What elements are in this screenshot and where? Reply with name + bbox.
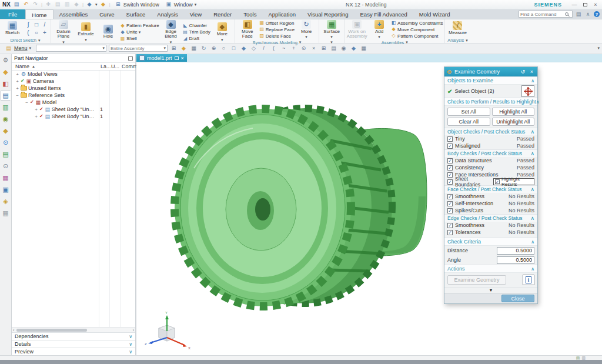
tab-view[interactable]: View <box>184 9 208 19</box>
dialog-header[interactable]: ⚙ Examine Geometry ↺ × <box>444 67 537 76</box>
column-comment[interactable]: Comm <box>122 64 138 69</box>
object-checks-header[interactable]: Object Checks / Post Check Status∧ <box>444 128 537 135</box>
check-criteria-header[interactable]: Check Criteria∧ <box>444 238 537 246</box>
toolbar-icon-17[interactable]: ◉ <box>340 45 347 52</box>
check-icon[interactable]: ✔ <box>39 114 44 119</box>
tab-home[interactable]: Home <box>25 9 53 19</box>
expand-icon[interactable]: + <box>34 114 38 119</box>
tab-file[interactable]: File <box>0 9 25 19</box>
redo-icon[interactable]: ↷ <box>32 1 39 8</box>
undo-icon[interactable]: ↶ <box>22 1 29 8</box>
edge-blend-button[interactable]: ◆ Edge Blend▾ <box>160 20 182 44</box>
toolbar-icon-8[interactable]: ◇ <box>250 45 257 52</box>
tab-easy-fill-advanced[interactable]: Easy Fill Advanced <box>354 9 413 19</box>
checkbox[interactable]: ✓ <box>447 143 453 149</box>
minimize-ribbon-icon[interactable]: ∧ <box>584 11 591 18</box>
toolbar-overflow-icon[interactable]: ▾ <box>597 46 600 51</box>
checkbox[interactable]: ✓ <box>447 172 453 178</box>
expand-icon[interactable]: + <box>15 79 19 84</box>
move-component-button[interactable]: ◆Move Component <box>391 26 443 32</box>
objects-to-examine-header[interactable]: Objects to Examine∧ <box>444 76 537 85</box>
grid-icon[interactable]: ▦ <box>1 208 11 218</box>
tab-surface[interactable]: Surface <box>121 9 152 19</box>
scroll-left-icon[interactable]: ‹ <box>13 328 14 332</box>
check-icon[interactable]: ✔ <box>39 107 44 112</box>
point-tool-icon[interactable]: + <box>43 29 46 36</box>
check-icon[interactable]: ✔ <box>21 79 25 84</box>
checkbox[interactable]: ✓ <box>447 179 453 185</box>
find-command-input[interactable] <box>520 12 564 17</box>
arc-tool-icon[interactable]: ( <box>27 29 29 36</box>
close-dialog-icon[interactable]: × <box>529 69 535 75</box>
datum-plane-button[interactable]: ▱ Datum Plane▾ <box>53 20 74 44</box>
reuse-library-icon[interactable]: ▥ <box>1 102 11 112</box>
process-studio-icon[interactable]: ◆ <box>1 126 11 136</box>
detach-panel-icon[interactable] <box>128 56 133 61</box>
check-icon[interactable]: ✔ <box>30 100 34 105</box>
dialog-launcher-icon[interactable]: ▾ <box>406 40 408 45</box>
checkbox[interactable]: ✓ <box>447 201 453 206</box>
toolbar-icon-19[interactable]: ▦ <box>360 45 367 52</box>
selection-scope-combo[interactable]: Entire Assembly▾ <box>109 45 168 52</box>
select-object-row[interactable]: ✔ Select Object (2) <box>444 85 537 98</box>
distance-input[interactable] <box>497 247 534 255</box>
window-menu-button[interactable]: ▣ Window ▾ <box>163 1 199 8</box>
details-section[interactable]: Details∨ <box>12 340 135 348</box>
checkbox[interactable]: ✓ <box>447 136 453 142</box>
toolbar-icon-1[interactable]: ◆ <box>180 45 188 52</box>
toolbar-icon-18[interactable]: ◆ <box>350 45 357 52</box>
history-icon[interactable]: ⊙ <box>1 161 11 171</box>
toolbar-icon-0[interactable]: ⊞ <box>170 45 178 52</box>
expand-icon[interactable]: + <box>15 72 19 77</box>
tab-tools[interactable]: Tools <box>238 9 262 19</box>
dialog-expander[interactable]: ▼ <box>444 287 537 293</box>
feature-more-button[interactable]: ◆ More▾ <box>212 22 233 42</box>
find-command-box[interactable] <box>519 11 573 18</box>
trim-body-button[interactable]: ▤Trim Body <box>183 29 210 35</box>
scroll-right-icon[interactable]: › <box>133 328 134 332</box>
angle-input[interactable] <box>497 256 534 264</box>
tab-model1-prt[interactable]: model1.prt × <box>136 54 187 62</box>
toolbar-icon-5[interactable]: ○ <box>220 45 228 52</box>
unite-button[interactable]: ◆Unite▾ <box>120 29 159 35</box>
extrude-button[interactable]: ▮ Extrude▾ <box>75 22 96 42</box>
close-tab-icon[interactable]: × <box>181 55 184 61</box>
constraint-navigator-icon[interactable]: ◧ <box>1 79 11 89</box>
horizontal-scrollbar[interactable]: ‹ › <box>12 327 135 332</box>
close-button[interactable]: × <box>591 1 600 8</box>
tab-application[interactable]: Application <box>262 9 301 19</box>
offset-region-button[interactable]: ▦Offset Region <box>259 20 295 26</box>
hd3d-tools-icon[interactable]: ▦ <box>1 173 11 183</box>
column-layer[interactable]: La... <box>101 64 111 69</box>
clear-all-button[interactable]: Clear All <box>447 118 490 126</box>
toolbar-icon-7[interactable]: ◆ <box>240 45 248 52</box>
toolbar-icon-4[interactable]: ⊕ <box>210 45 218 52</box>
set-all-button[interactable]: Set All <box>447 108 490 116</box>
web-browser-icon[interactable]: ⊙ <box>1 138 11 148</box>
checkbox[interactable]: ✓ <box>447 208 453 213</box>
toolbar-icon-9[interactable]: / <box>260 45 267 52</box>
replace-face-button[interactable]: ▨Replace Face <box>259 26 295 32</box>
dependencies-section[interactable]: Dependencies∨ <box>12 332 135 340</box>
menu-button[interactable]: ▤ Menu ▾ <box>2 45 34 52</box>
selection-filter-combo[interactable]: ▾ <box>36 45 106 52</box>
checkbox[interactable]: ✓ <box>447 165 453 171</box>
information-button[interactable]: i <box>523 275 534 285</box>
dialog-close-button[interactable]: Close <box>501 295 534 302</box>
checkbox[interactable]: ✓ <box>447 223 453 228</box>
detach-tab-icon[interactable] <box>175 56 179 60</box>
actions-header[interactable]: Actions∧ <box>444 265 537 273</box>
view-cube-icon[interactable]: ◆ <box>86 1 93 8</box>
assembly-constraints-button[interactable]: ◧Assembly Constraints <box>391 20 443 26</box>
draft-button[interactable]: ◢Draft <box>183 36 210 42</box>
refresh-icon[interactable]: ◆ <box>100 1 107 8</box>
sketch-button[interactable]: ▦ Sketch <box>2 21 23 35</box>
preview-section[interactable]: Preview∨ <box>12 348 135 355</box>
add-component-button[interactable]: + Add▾ <box>369 20 390 39</box>
part-navigator-icon[interactable]: ▤ <box>1 91 11 101</box>
help-icon[interactable]: ? <box>594 11 600 17</box>
chevron-down-icon[interactable]: ▾ <box>95 2 98 7</box>
tree-row-sheet-body-2[interactable]: + ✔ ▤ Sheet Body "Unparameterized F... 1 <box>12 113 135 120</box>
expand-icon[interactable]: + <box>34 107 38 112</box>
expand-icon[interactable]: − <box>25 100 29 105</box>
